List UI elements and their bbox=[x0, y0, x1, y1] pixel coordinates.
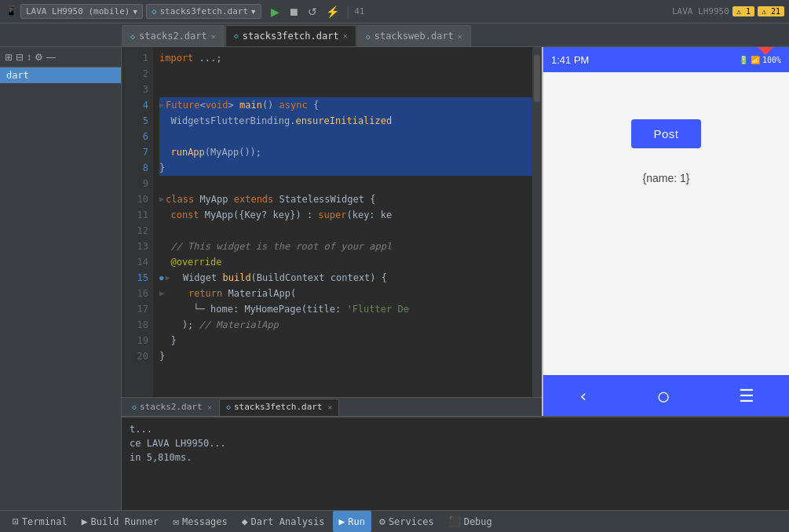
ln-13: 13 bbox=[126, 239, 148, 254]
console-line-2: ce LAVA LH9950... bbox=[130, 436, 781, 450]
device-preview: 1:41 PM 🔋 📶 100% BUG Post {name: 1} bbox=[542, 47, 789, 416]
battery-icon: 🔋 bbox=[739, 56, 748, 64]
reload-button[interactable]: ↺ bbox=[305, 4, 320, 20]
nav-home-icon[interactable]: ○ bbox=[658, 386, 668, 406]
ln-6: 6 bbox=[126, 129, 148, 144]
ln-15: 15 bbox=[126, 270, 148, 286]
debug-badge: BUG bbox=[743, 47, 773, 55]
tab-close-3[interactable]: ✕ bbox=[458, 32, 462, 41]
run-label: Run bbox=[348, 516, 365, 527]
tab-label-1: stacks2.dart bbox=[139, 31, 207, 42]
messages-label: Messages bbox=[182, 516, 228, 527]
tab-close-1[interactable]: ✕ bbox=[211, 32, 216, 41]
file-selector-label: stacks3fetch.dart bbox=[160, 6, 249, 16]
arrow-15[interactable]: ▶ bbox=[165, 270, 170, 286]
sidebar-btn-minimize[interactable]: — bbox=[46, 52, 56, 63]
run-button[interactable]: ▶ bbox=[268, 4, 283, 20]
battery-percent: 100% bbox=[762, 56, 781, 64]
sidebar-btn-sort[interactable]: ↕ bbox=[27, 52, 31, 63]
ln-8: 8 bbox=[126, 160, 148, 176]
warning-badge-1[interactable]: ⚠ 1 bbox=[732, 6, 754, 16]
wifi-icon: 📶 bbox=[751, 56, 760, 64]
phone-nav-bar: ‹ ○ ☰ bbox=[543, 375, 789, 416]
code-line-20: } bbox=[159, 348, 532, 364]
hot-reload-button[interactable]: ⚡ bbox=[323, 4, 342, 20]
bottom-tab-label-2: stacks3fetch.dart bbox=[234, 402, 323, 412]
tab-stacks3fetch[interactable]: ◇ stacks3fetch.dart ✕ bbox=[225, 25, 356, 46]
stop-button[interactable]: ⏹ bbox=[285, 4, 302, 20]
post-button[interactable]: Post bbox=[631, 119, 700, 148]
device-label: LAVA LH9950 (mobile) bbox=[26, 6, 130, 16]
terminal-panel[interactable]: ⊡ Terminal bbox=[6, 511, 74, 532]
code-line-6 bbox=[159, 129, 532, 144]
arrow-4[interactable]: ▶ bbox=[159, 97, 164, 113]
console-area: t... ce LAVA LH9950... in 5,810ms. bbox=[122, 416, 789, 510]
code-line-8: } bbox=[159, 160, 532, 176]
services-panel[interactable]: ⚙ Services bbox=[373, 511, 440, 532]
ln-12: 12 bbox=[126, 223, 148, 239]
dart-analysis-panel[interactable]: ◆ Dart Analysis bbox=[236, 511, 331, 532]
ln-20: 20 bbox=[126, 348, 148, 364]
sidebar-btn-expand[interactable]: ⊞ bbox=[5, 52, 13, 63]
code-line-5: WidgetsFlutterBinding.ensureInitialized bbox=[159, 113, 532, 129]
nav-back-icon[interactable]: ‹ bbox=[578, 386, 588, 406]
kw-future: Future bbox=[166, 97, 199, 113]
dart-icon-tab2: ◇ bbox=[234, 31, 239, 40]
file-tab-selector[interactable]: ◇ stacks3fetch.dart ▼ bbox=[146, 4, 261, 19]
debug-icon: ⬛ bbox=[448, 516, 461, 527]
warning-badge-2[interactable]: ⚠ 21 bbox=[758, 6, 784, 16]
dart-icon-tab3: ◇ bbox=[366, 32, 371, 41]
code-line-4: ▶ Future<void> main() async { bbox=[159, 97, 532, 113]
editor-area: 1 2 3 4 5 6 7 8 9 10 11 12 13 bbox=[122, 47, 542, 416]
dart-analysis-icon: ◆ bbox=[242, 516, 248, 527]
chevron-down-icon2: ▼ bbox=[251, 8, 255, 16]
nav-menu-icon[interactable]: ☰ bbox=[739, 386, 754, 406]
bottom-tab-stacks3fetch[interactable]: ◇ stacks3fetch.dart ✕ bbox=[219, 399, 339, 416]
separator: | bbox=[345, 4, 352, 19]
top-bar-right: LAVA LH9950 ⚠ 1 ⚠ 21 bbox=[672, 6, 784, 16]
phone-status-bar: 1:41 PM 🔋 📶 100% BUG bbox=[543, 47, 789, 72]
code-line-1: import ...; bbox=[159, 50, 532, 66]
run-controls: ▶ ⏹ ↺ ⚡ | 41 bbox=[268, 4, 365, 20]
step-counter: 41 bbox=[354, 6, 364, 16]
ln-9: 9 bbox=[126, 176, 148, 191]
terminal-label: Terminal bbox=[22, 516, 68, 527]
tab-stacksweb[interactable]: ◇ stacksweb.dart ✕ bbox=[357, 25, 471, 46]
arrow-16[interactable]: ▶ bbox=[159, 286, 164, 301]
code-line-19: } bbox=[159, 333, 532, 348]
ln-2: 2 bbox=[126, 66, 148, 82]
messages-panel[interactable]: ✉ Messages bbox=[166, 511, 234, 532]
code-line-9 bbox=[159, 176, 532, 191]
dart-icon-tab1: ◇ bbox=[130, 32, 135, 41]
dart-analysis-label: Dart Analysis bbox=[251, 516, 325, 527]
chevron-down-icon: ▼ bbox=[133, 8, 137, 16]
tab-label-2: stacks3fetch.dart bbox=[243, 31, 339, 42]
build-runner-icon: ▶ bbox=[82, 516, 88, 527]
tab-label-3: stacksweb.dart bbox=[374, 31, 454, 42]
sidebar-btn-gear[interactable]: ⚙ bbox=[35, 52, 43, 63]
bottom-tab-stacks2[interactable]: ◇ stacks2.dart ✕ bbox=[125, 399, 219, 416]
phone-content: Post {name: 1} bbox=[543, 72, 789, 375]
ln-17: 17 bbox=[126, 301, 148, 317]
top-bar-left: 📱 LAVA LH9950 (mobile) ▼ ◇ stacks3fetch.… bbox=[5, 4, 364, 20]
debug-panel[interactable]: ⬛ Debug bbox=[442, 511, 499, 532]
bottom-tab-close-2[interactable]: ✕ bbox=[328, 403, 332, 411]
editor-content[interactable]: 1 2 3 4 5 6 7 8 9 10 11 12 13 bbox=[122, 47, 542, 397]
run-panel[interactable]: ▶ Run bbox=[333, 511, 372, 532]
device-selector[interactable]: LAVA LH9950 (mobile) ▼ bbox=[20, 4, 143, 19]
debug-label: Debug bbox=[464, 516, 492, 527]
bottom-tab-close-1[interactable]: ✕ bbox=[208, 403, 212, 411]
tab-stacks2[interactable]: ◇ stacks2.dart ✕ bbox=[122, 25, 225, 46]
dart-icon: ◇ bbox=[152, 6, 157, 16]
tab-close-2[interactable]: ✕ bbox=[343, 31, 348, 40]
services-label: Services bbox=[389, 516, 434, 527]
sidebar-active-label: dart bbox=[6, 70, 29, 81]
sidebar-item-active[interactable]: dart bbox=[0, 67, 121, 83]
code-line-18: ); // MaterialApp bbox=[159, 317, 532, 333]
build-runner-panel[interactable]: ▶ Build Runner bbox=[75, 511, 166, 532]
arrow-10[interactable]: ▶ bbox=[159, 191, 164, 207]
code-line-12 bbox=[159, 223, 532, 239]
sidebar-btn-collapse[interactable]: ⊟ bbox=[16, 52, 24, 63]
kw-import: import bbox=[159, 50, 193, 66]
vertical-scrollbar[interactable] bbox=[532, 47, 542, 397]
